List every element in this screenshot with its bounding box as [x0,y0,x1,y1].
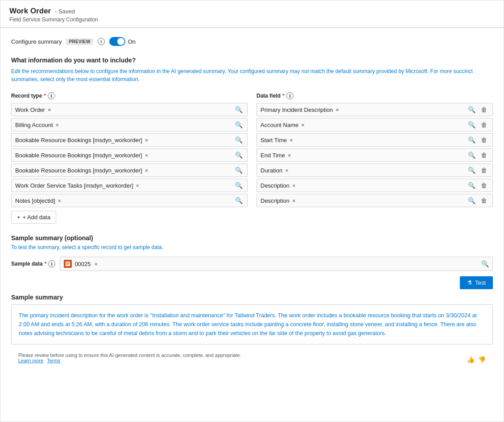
record-type-remove[interactable]: × [58,197,62,204]
data-field-search-icon[interactable]: 🔍 [467,121,476,128]
record-type-search-icon[interactable]: 🔍 [234,121,244,128]
record-type-value: Billing Account [15,122,53,128]
sample-data-field[interactable]: 00025 × 🔍 [60,257,493,271]
data-field-value: Primary Incident Description [260,107,333,113]
what-section-title: What information do you want to include? [11,57,493,64]
data-field-value: Start Time [260,137,287,143]
data-field-required: * [282,93,285,99]
toggle-container[interactable]: On [109,37,136,46]
data-field-delete-icon[interactable]: 🗑 [479,152,489,159]
what-desc-text: Edit the recommendations below to config… [11,68,473,82]
record-type-row: Bookable Resource Bookings [msdyn_workor… [11,164,248,177]
record-type-required: * [44,93,46,99]
record-type-header: Record type * ℹ [11,92,248,99]
data-field-row: Description × 🔍 🗑 [256,179,493,192]
record-icon [64,260,72,268]
thumbdown-icon[interactable]: 👎 [478,356,486,363]
data-field-row: Duration × 🔍 🗑 [256,164,493,177]
data-field-row: Account Name × 🔍 🗑 [256,118,493,131]
test-btn-row: ⚗ Test [11,276,493,289]
sample-search-icon[interactable]: 🔍 [481,260,489,267]
data-field-search-icon[interactable]: 🔍 [467,197,476,204]
learn-more-link[interactable]: Learn more [18,358,43,363]
record-type-column: Record type * ℹ Work Order × 🔍 Billing A… [11,92,248,224]
page-title: Work Order - Saved [9,7,495,16]
test-button[interactable]: ⚗ Test [460,276,493,289]
data-field-label: Data field [256,93,281,99]
record-type-value: Bookable Resource Bookings [msdyn_workor… [15,137,142,143]
add-data-label: + Add data [23,214,51,221]
record-type-remove[interactable]: × [145,167,149,174]
data-field-delete-icon[interactable]: 🗑 [479,197,489,204]
data-field-row: End Time × 🔍 🗑 [256,148,493,162]
data-field-value: Description [260,197,289,204]
sample-data-info-icon[interactable]: ℹ [48,260,55,267]
record-type-remove[interactable]: × [56,122,59,128]
terms-link[interactable]: Terms [47,358,60,363]
data-field-delete-icon[interactable]: 🗑 [479,121,489,128]
record-type-search-icon[interactable]: 🔍 [234,197,244,204]
test-btn-label: Test [475,279,486,286]
record-type-remove[interactable]: × [136,182,140,189]
record-type-value: Bookable Resource Bookings [msdyn_workor… [15,152,142,159]
sample-record-value: 00025 [74,261,91,267]
record-type-row: Notes [objectid] × 🔍 [11,194,248,207]
sample-section-title: Sample summary (optional) [11,234,493,242]
sample-data-required: * [45,261,47,267]
svg-rect-3 [66,264,69,265]
data-field-remove[interactable]: × [301,122,305,128]
work-order-title: Work Order [9,7,51,15]
record-type-row: Work Order Service Tasks [msdyn_workorde… [11,179,248,192]
record-type-search-icon[interactable]: 🔍 [234,167,244,174]
data-field-search-icon[interactable]: 🔍 [467,167,476,174]
svg-rect-1 [66,262,70,263]
thumbup-icon[interactable]: 👍 [467,356,475,363]
data-field-remove[interactable]: × [292,182,296,189]
record-type-search-icon[interactable]: 🔍 [234,106,244,113]
footer-links: Learn more Terms [18,358,241,363]
page-subtitle: Field Service Summary Configuration [9,16,495,23]
data-field-info-icon[interactable]: ℹ [286,92,293,99]
data-field-search-icon[interactable]: 🔍 [467,152,476,159]
data-field-remove[interactable]: × [288,152,291,159]
sample-section-desc: To test the summary, select a specific r… [11,244,493,250]
saved-label: - Saved [55,8,75,15]
data-field-delete-icon[interactable]: 🗑 [479,136,489,143]
svg-rect-2 [66,263,70,264]
data-field-row: Description × 🔍 🗑 [256,194,493,207]
data-field-search-icon[interactable]: 🔍 [467,182,476,189]
add-data-button[interactable]: + + Add data [11,211,56,224]
data-field-remove[interactable]: × [292,197,296,204]
record-type-remove[interactable]: × [145,152,149,159]
data-field-remove[interactable]: × [289,137,293,143]
data-field-value: Duration [260,167,282,174]
sample-data-label-text: Sample data [11,261,43,267]
configure-summary-label: Configure summary [11,38,62,45]
record-type-search-icon[interactable]: 🔍 [234,136,244,143]
sample-summary-box: The primary incident description for the… [11,304,493,344]
data-field-search-icon[interactable]: 🔍 [467,136,476,143]
data-field-header: Data field * ℹ [256,92,493,99]
data-field-row: Start Time × 🔍 🗑 [256,133,493,147]
data-field-delete-icon[interactable]: 🗑 [479,167,489,174]
sample-data-label: Sample data * ℹ [11,260,55,267]
data-field-delete-icon[interactable]: 🗑 [479,182,489,189]
summary-toggle[interactable] [109,37,125,46]
data-field-search-icon[interactable]: 🔍 [467,106,476,113]
record-type-search-icon[interactable]: 🔍 [234,152,244,159]
record-type-search-icon[interactable]: 🔍 [234,182,244,189]
data-field-column: Data field * ℹ Primary Incident Descript… [256,92,493,224]
configure-info-icon[interactable]: ℹ [98,38,105,45]
record-type-value: Bookable Resource Bookings [msdyn_workor… [15,167,142,174]
data-field-remove[interactable]: × [336,107,339,113]
feedback-icons: 👍 👎 [467,356,486,363]
record-type-remove[interactable]: × [145,137,149,143]
data-field-delete-icon[interactable]: 🗑 [479,106,489,113]
footer-note: Please review before using to ensure thi… [11,349,493,367]
record-type-remove[interactable]: × [48,107,51,113]
data-field-row: Primary Incident Description × 🔍 🗑 [256,103,493,116]
record-type-info-icon[interactable]: ℹ [48,92,55,99]
data-field-remove[interactable]: × [285,167,289,174]
sample-record-remove[interactable]: × [95,261,98,267]
add-icon: + [17,214,21,221]
